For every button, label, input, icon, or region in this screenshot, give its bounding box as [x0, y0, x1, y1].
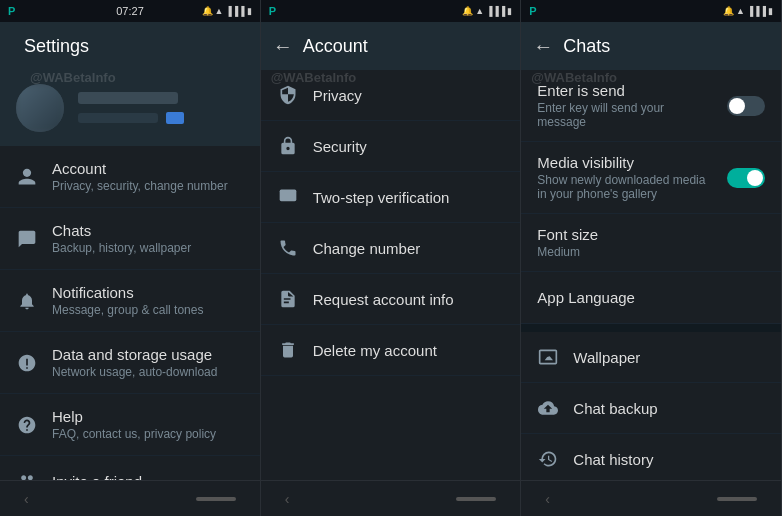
- account-icon: [16, 166, 38, 188]
- enter-send-toggle[interactable]: [727, 96, 765, 116]
- nav-pill-1: [196, 497, 236, 501]
- media-visibility-label: Media visibility: [537, 154, 713, 171]
- menu-item-delete[interactable]: Delete my account: [261, 325, 521, 376]
- wallpaper-icon: [537, 346, 559, 368]
- battery-icon-1: ▮: [247, 6, 252, 16]
- menu-text-backup: Chat backup: [573, 400, 657, 417]
- menu-text-chats: Chats Backup, history, wallpaper: [52, 222, 191, 255]
- requestinfo-icon: [277, 288, 299, 310]
- back-arrow-3[interactable]: ‹: [545, 491, 550, 507]
- menu-item-notifications[interactable]: Notifications Message, group & call tone…: [0, 270, 260, 332]
- menu-item-history[interactable]: Chat history: [521, 434, 781, 480]
- menu-label-chats: Chats: [52, 222, 191, 239]
- menu-text-wallpaper: Wallpaper: [573, 349, 640, 366]
- profile-section[interactable]: [0, 70, 260, 146]
- menu-item-security[interactable]: Security: [261, 121, 521, 172]
- status-bar-right-3: 🔔 ▲ ▐▐▐ ▮: [723, 6, 773, 16]
- menu-text-help: Help FAQ, contact us, privacy policy: [52, 408, 216, 441]
- menu-item-invite[interactable]: Invite a friend: [0, 456, 260, 480]
- menu-item-twostep[interactable]: Two-step verification: [261, 172, 521, 223]
- menu-text-changenumber: Change number: [313, 240, 421, 257]
- menu-text-security: Security: [313, 138, 367, 155]
- help-icon: [16, 414, 38, 436]
- setting-media-visibility[interactable]: Media visibility Show newly downloaded m…: [521, 142, 781, 214]
- back-arrow-1[interactable]: ‹: [24, 491, 29, 507]
- status-bar-1: P 07:27 🔔 ▲ ▐▐▐ ▮: [0, 0, 260, 22]
- profile-status: [78, 113, 158, 123]
- settings-menu-list: Account Privacy, security, change number…: [0, 146, 260, 480]
- time-1: 07:27: [116, 5, 144, 17]
- menu-label-privacy: Privacy: [313, 87, 362, 104]
- chats-icon: [16, 228, 38, 250]
- menu-sublabel-chats: Backup, history, wallpaper: [52, 241, 191, 255]
- status-bar-left-1: P: [8, 5, 15, 17]
- toggle-knob-media: [747, 170, 763, 186]
- menu-text-data: Data and storage usage Network usage, au…: [52, 346, 217, 379]
- menu-label-security: Security: [313, 138, 367, 155]
- menu-item-account[interactable]: Account Privacy, security, change number: [0, 146, 260, 208]
- media-visibility-text: Media visibility Show newly downloaded m…: [537, 154, 713, 201]
- enter-send-label: Enter is send: [537, 82, 713, 99]
- menu-item-wallpaper[interactable]: Wallpaper: [521, 332, 781, 383]
- chats-title: Chats: [563, 36, 610, 57]
- menu-text-history: Chat history: [573, 451, 653, 468]
- enter-send-sublabel: Enter key will send your message: [537, 101, 713, 129]
- delete-icon: [277, 339, 299, 361]
- menu-item-changenumber[interactable]: Change number: [261, 223, 521, 274]
- menu-label-notifications: Notifications: [52, 284, 203, 301]
- font-size-label: Font size: [537, 226, 765, 243]
- menu-label-invite: Invite a friend: [52, 473, 142, 481]
- alarm-icon-2: 🔔: [462, 6, 473, 16]
- bottom-nav-3: ‹: [521, 480, 781, 516]
- setting-enter-send[interactable]: Enter is send Enter key will send your m…: [521, 70, 781, 142]
- menu-text-twostep: Two-step verification: [313, 189, 450, 206]
- back-arrow-2[interactable]: ‹: [285, 491, 290, 507]
- app-language-label: App Language: [537, 289, 765, 306]
- back-arrow-chats[interactable]: ←: [533, 35, 553, 58]
- setting-font-size[interactable]: Font size Medium: [521, 214, 781, 272]
- bottom-nav-1: ‹: [0, 480, 260, 516]
- profile-info: [78, 92, 184, 124]
- font-size-text: Font size Medium: [537, 226, 765, 259]
- alarm-icon-3: 🔔: [723, 6, 734, 16]
- settings-top-bar: Settings: [0, 22, 260, 70]
- menu-item-privacy[interactable]: Privacy: [261, 70, 521, 121]
- menu-label-wallpaper: Wallpaper: [573, 349, 640, 366]
- account-title: Account: [303, 36, 368, 57]
- enter-send-text: Enter is send Enter key will send your m…: [537, 82, 713, 129]
- chats-settings-list: Enter is send Enter key will send your m…: [521, 70, 781, 480]
- menu-label-twostep: Two-step verification: [313, 189, 450, 206]
- profile-blue-dot: [166, 112, 184, 124]
- menu-label-requestinfo: Request account info: [313, 291, 454, 308]
- menu-item-chats[interactable]: Chats Backup, history, wallpaper: [0, 208, 260, 270]
- profile-name: [78, 92, 178, 104]
- menu-label-account: Account: [52, 160, 228, 177]
- security-icon: [277, 135, 299, 157]
- menu-item-help[interactable]: Help FAQ, contact us, privacy policy: [0, 394, 260, 456]
- menu-sublabel-help: FAQ, contact us, privacy policy: [52, 427, 216, 441]
- menu-text-notifications: Notifications Message, group & call tone…: [52, 284, 203, 317]
- menu-item-requestinfo[interactable]: Request account info: [261, 274, 521, 325]
- menu-text-requestinfo: Request account info: [313, 291, 454, 308]
- setting-app-language[interactable]: App Language: [521, 272, 781, 324]
- back-arrow-account[interactable]: ←: [273, 35, 293, 58]
- menu-text-privacy: Privacy: [313, 87, 362, 104]
- account-top-bar: ← Account: [261, 22, 521, 70]
- menu-sublabel-account: Privacy, security, change number: [52, 179, 228, 193]
- account-menu-list: Privacy Security Two-step verification: [261, 70, 521, 480]
- twostep-icon: [277, 186, 299, 208]
- menu-text-invite: Invite a friend: [52, 473, 142, 481]
- menu-item-data[interactable]: Data and storage usage Network usage, au…: [0, 332, 260, 394]
- section-divider: [521, 324, 781, 332]
- menu-label-backup: Chat backup: [573, 400, 657, 417]
- p-icon-2: P: [269, 5, 276, 17]
- wifi-icon-3: ▲: [736, 6, 745, 16]
- signal-icon-3: ▐▐▐: [747, 6, 766, 16]
- status-bar-3: P 07:27 🔔 ▲ ▐▐▐ ▮: [521, 0, 781, 22]
- media-visibility-toggle[interactable]: [727, 168, 765, 188]
- account-panel: P 07:27 🔔 ▲ ▐▐▐ ▮ ← Account @WABetaInfo …: [261, 0, 522, 516]
- menu-label-changenumber: Change number: [313, 240, 421, 257]
- avatar: [16, 84, 64, 132]
- media-visibility-sublabel: Show newly downloaded media in your phon…: [537, 173, 713, 201]
- menu-item-backup[interactable]: Chat backup: [521, 383, 781, 434]
